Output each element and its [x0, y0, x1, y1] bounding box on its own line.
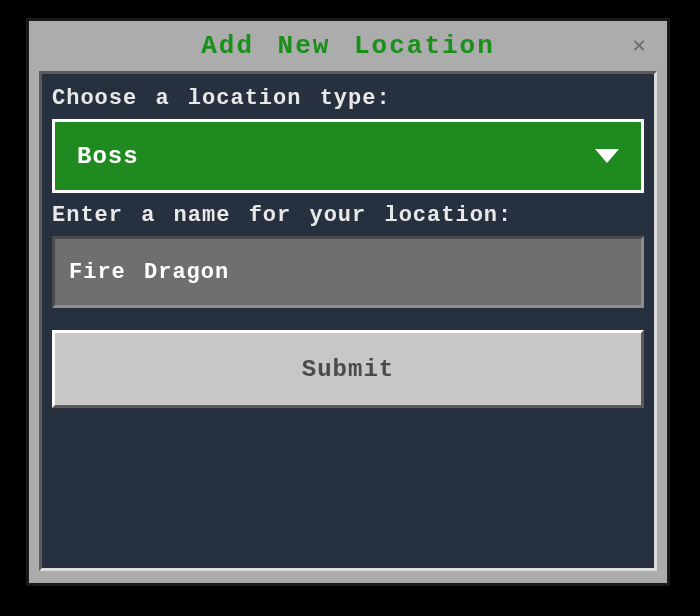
location-type-selected: Boss	[77, 143, 139, 170]
chevron-down-icon	[595, 149, 619, 163]
window-title: Add New Location	[201, 31, 495, 61]
dialog-window: Add New Location ✕ Choose a location typ…	[26, 18, 670, 586]
titlebar: Add New Location ✕	[29, 21, 667, 71]
submit-button[interactable]: Submit	[52, 330, 644, 408]
location-name-value: Fire Dragon	[69, 260, 229, 285]
location-name-label: Enter a name for your location:	[52, 203, 644, 228]
location-name-input[interactable]: Fire Dragon	[52, 236, 644, 308]
close-icon[interactable]: ✕	[625, 31, 653, 59]
location-type-dropdown[interactable]: Boss	[52, 119, 644, 193]
dialog-body: Choose a location type: Boss Enter a nam…	[39, 71, 657, 571]
location-type-label: Choose a location type:	[52, 86, 644, 111]
submit-button-label: Submit	[302, 356, 394, 383]
